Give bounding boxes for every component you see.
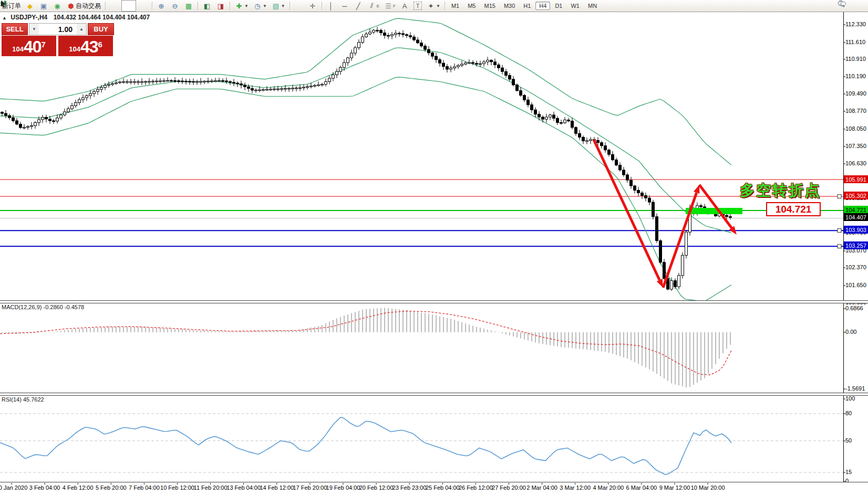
trendline-button[interactable]: ╱ xyxy=(352,1,365,11)
zoom-out-button[interactable]: ⊖ xyxy=(168,1,182,11)
time-axis-label: 5 Feb 20:00 xyxy=(96,485,127,491)
auto-scroll-button[interactable]: ◧ xyxy=(200,1,214,11)
fibonacci-button[interactable]: ☰F xyxy=(381,1,398,11)
highlighter-icon: ◆ xyxy=(25,1,35,10)
signal-icon: ◉ xyxy=(53,1,62,10)
rsi-panel-splitter[interactable] xyxy=(0,393,868,396)
chart-canvas[interactable] xyxy=(0,0,868,495)
main-toolbar: 新订单 ◆ ▣ ◉ ⬢ 自动交易 ⊕ ⊖ ▦ ◧ ◨ ✚▼ ◷▼ ▤▼ ✛ │ … xyxy=(0,0,868,12)
timeframe-button-MN[interactable]: MN xyxy=(584,2,601,10)
triangle-up-icon: ▲ xyxy=(79,27,84,31)
highlighter-button[interactable]: ◆ xyxy=(23,1,37,11)
crosshair-button[interactable]: ✛ xyxy=(306,1,319,11)
shapes-icon: ✦ xyxy=(426,1,436,10)
timeframe-button-M15[interactable]: M15 xyxy=(480,2,499,10)
timeframe-button-M5[interactable]: M5 xyxy=(464,2,479,10)
volume-increase-button[interactable]: ▲ xyxy=(77,24,86,35)
clock-icon: ◷ xyxy=(253,1,262,10)
new-chart-button[interactable]: ✚▼ xyxy=(232,1,251,11)
pivot-point-annotation[interactable]: 多空转折点 xyxy=(740,181,821,201)
price-level-badge[interactable]: 104.407 xyxy=(844,213,868,221)
text-tool-icon: A xyxy=(400,1,409,10)
sell-price-display[interactable]: 104 40 7 xyxy=(2,36,56,56)
volume-decrease-button[interactable]: ▼ xyxy=(29,24,39,35)
buy-price-display[interactable]: 104 43 6 xyxy=(58,36,113,56)
time-axis-label: 4 Feb 12:00 xyxy=(63,485,94,491)
rsi-axis-tick: 15 xyxy=(845,469,852,475)
time-axis-label: 10 Mar 20:00 xyxy=(691,485,725,491)
price-level-annotation-box[interactable]: 104.721 xyxy=(766,202,821,216)
macd-panel-splitter[interactable] xyxy=(0,300,868,303)
tile-windows-button[interactable]: ▦ xyxy=(182,1,195,11)
vertical-line-icon: │ xyxy=(326,1,336,10)
price-level-badge[interactable]: 104.721 xyxy=(844,206,868,214)
bar-chart-button[interactable] xyxy=(108,1,121,11)
signals-button[interactable]: ◉ xyxy=(50,1,64,11)
autotrade-button[interactable]: ⬢ 自动交易 xyxy=(64,1,103,11)
time-axis-label: 9 Mar 12:00 xyxy=(659,485,690,491)
price-level-badge[interactable]: 105.991 xyxy=(844,175,868,183)
channel-icon: ⫽ xyxy=(367,1,377,10)
time-axis-label: 25 Feb 04:00 xyxy=(426,485,460,491)
buy-button[interactable]: BUY xyxy=(88,23,114,35)
line-chart-button[interactable] xyxy=(136,1,150,11)
zoom-in-icon: ⊕ xyxy=(157,1,166,10)
sell-button[interactable]: SELL xyxy=(2,23,28,35)
horizontal-line-icon: ─ xyxy=(340,1,349,10)
one-click-trading-panel: SELL ▼ 1.00 ▲ BUY 104 40 7 104 43 6 xyxy=(2,23,114,56)
timeframe-button-H4[interactable]: H4 xyxy=(535,2,550,10)
horizontal-line-button[interactable]: ─ xyxy=(338,1,352,11)
price-axis-tick: 108.050 xyxy=(845,125,866,132)
price-axis-tick: 108.770 xyxy=(845,108,866,114)
toolbar-separator xyxy=(445,2,445,10)
price-level-badge[interactable]: 103.903 xyxy=(844,226,868,234)
time-axis-border xyxy=(0,482,868,483)
chevron-down-icon: ▼ xyxy=(436,4,440,8)
chat-button[interactable] xyxy=(851,1,865,11)
time-axis-label: 10 Feb 12:00 xyxy=(160,485,194,491)
buy-price-pip: 6 xyxy=(98,37,102,52)
autotrade-label: 自动交易 xyxy=(76,2,101,10)
time-axis-label: 3 Mar 12:00 xyxy=(560,485,591,491)
price-axis-tick: 112.330 xyxy=(845,21,866,27)
text-label-button[interactable]: T xyxy=(411,1,424,11)
time-axis-label: 3 Feb 04:00 xyxy=(29,485,60,491)
channel-button[interactable]: ⫽E xyxy=(365,1,381,11)
price-level-badge[interactable]: 105.302 xyxy=(844,192,868,199)
auto-scroll-icon: ◧ xyxy=(202,1,212,10)
candle-chart-button[interactable] xyxy=(121,0,136,12)
price-axis-tick: 102.370 xyxy=(845,264,866,270)
timeframe-button-D1[interactable]: D1 xyxy=(551,2,566,10)
sell-label: SELL xyxy=(6,25,23,33)
timeframe-button-W1[interactable]: W1 xyxy=(567,2,583,10)
autotrade-icon: ⬢ xyxy=(66,1,76,10)
time-axis-label: 7 Feb 04:00 xyxy=(129,485,160,491)
bar-chart-icon xyxy=(110,1,119,10)
text-tool-button[interactable]: A xyxy=(398,1,411,11)
zoom-in-button[interactable]: ⊕ xyxy=(154,1,168,11)
terminal-icon: ▣ xyxy=(39,1,48,10)
shapes-button[interactable]: ✦▼ xyxy=(424,1,442,11)
timeframe-button-M1[interactable]: M1 xyxy=(448,2,463,10)
macd-axis-tick: 0.00 xyxy=(845,329,856,335)
price-axis-tick: 110.190 xyxy=(845,73,866,79)
templates-button[interactable]: ▤▼ xyxy=(269,1,287,11)
price-axis-tick: 107.350 xyxy=(845,143,866,149)
mt4-terminal: { "toolbar": { "new_order_label": "新订单",… xyxy=(0,0,868,495)
toolbar-separator xyxy=(322,2,322,10)
vertical-line-button[interactable]: │ xyxy=(324,1,338,11)
timeframe-button-H1[interactable]: H1 xyxy=(520,2,534,10)
periods-button[interactable]: ◷▼ xyxy=(251,1,269,11)
toolbar-separator xyxy=(105,2,106,10)
terminal-button[interactable]: ▣ xyxy=(37,1,50,11)
price-level-badge[interactable]: 103.257 xyxy=(844,241,868,249)
chart-window-title[interactable]: ▲ USDJPY-,H4 104.432 104.464 104.404 104… xyxy=(2,14,150,21)
timeframe-button-M30[interactable]: M30 xyxy=(500,2,519,10)
volume-input[interactable]: 1.00 xyxy=(39,24,77,35)
collapse-icon[interactable]: ▲ xyxy=(2,15,7,20)
time-axis-label: 20 Feb 12:00 xyxy=(359,485,394,491)
chart-shift-button[interactable]: ◨ xyxy=(214,1,228,11)
time-axis-label: 14 Feb 12:00 xyxy=(260,485,294,491)
cursor-button[interactable] xyxy=(292,1,306,11)
sell-price-prefix: 104 xyxy=(12,44,24,55)
